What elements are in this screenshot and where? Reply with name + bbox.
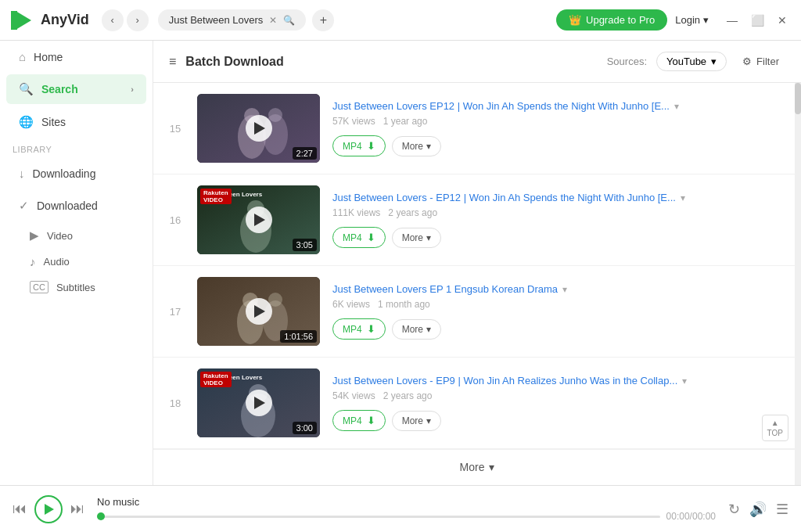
sidebar-home-label: Home bbox=[34, 51, 63, 63]
title-bar: AnyVid ‹ › Just Between Lovers ✕ 🔍 + 👑 U… bbox=[0, 0, 801, 41]
svg-point-6 bbox=[268, 108, 282, 122]
more-button[interactable]: More ▾ bbox=[392, 319, 441, 340]
player-controls: ⏮ ⏭ bbox=[13, 495, 84, 523]
chevron-down-icon: ▾ bbox=[703, 14, 709, 26]
thumbnail[interactable]: 2:27 bbox=[197, 94, 320, 163]
top-button-container: ▲ TOP bbox=[762, 415, 788, 441]
sidebar-sub-item-subtitles[interactable]: CC Subtitles bbox=[6, 275, 146, 299]
sidebar-item-search[interactable]: 🔍 Search › bbox=[6, 74, 146, 104]
video-actions: MP4 ⬇ More ▾ bbox=[332, 227, 788, 248]
tab-search-icon[interactable]: 🔍 bbox=[283, 15, 295, 26]
downloaded-icon: ✓ bbox=[19, 199, 29, 213]
active-tab[interactable]: Just Between Lovers ✕ 🔍 bbox=[158, 9, 307, 31]
mp4-label: MP4 bbox=[343, 232, 362, 243]
rakuten-badge: RakutenVIDEO bbox=[200, 189, 232, 204]
mp4-download-button[interactable]: MP4 ⬇ bbox=[332, 227, 386, 248]
sidebar-search-label: Search bbox=[41, 83, 78, 95]
volume-button[interactable]: 🔊 bbox=[749, 501, 767, 518]
mp4-label: MP4 bbox=[343, 415, 362, 426]
more-chevron-icon: ▾ bbox=[426, 324, 431, 335]
previous-button[interactable]: ⏮ bbox=[13, 501, 27, 517]
progress-bar[interactable] bbox=[97, 516, 660, 518]
more-label: More bbox=[402, 324, 423, 335]
batch-icon: ≡ bbox=[169, 55, 176, 69]
video-title: Just Between Lovers EP12 | Won Jin Ah Sp… bbox=[332, 100, 788, 112]
sidebar-item-home[interactable]: ⌂ Home bbox=[6, 42, 146, 71]
search-icon: 🔍 bbox=[19, 82, 34, 96]
thumbnail[interactable]: Just between Lovers RakutenVIDEO 3:00 bbox=[197, 368, 320, 437]
svg-point-15 bbox=[268, 293, 282, 307]
back-button[interactable]: ‹ bbox=[102, 9, 124, 31]
mp4-download-button[interactable]: MP4 ⬇ bbox=[332, 318, 386, 340]
row-number: 15 bbox=[166, 123, 185, 135]
play-overlay-button[interactable] bbox=[246, 298, 272, 325]
video-actions: MP4 ⬇ More ▾ bbox=[332, 410, 788, 431]
load-more-label: More bbox=[460, 461, 485, 473]
table-row: 15 2:27 Just Between Lovers EP12 | Won J… bbox=[153, 83, 801, 174]
video-info: Just Between Lovers EP 1 Engsub Korean D… bbox=[332, 283, 788, 340]
play-button[interactable] bbox=[34, 495, 63, 523]
content-wrapper: 15 2:27 Just Between Lovers EP12 | Won J… bbox=[153, 83, 801, 485]
more-button[interactable]: More ▾ bbox=[392, 228, 441, 248]
scroll-container[interactable]: 15 2:27 Just Between Lovers EP12 | Won J… bbox=[153, 83, 801, 485]
duration-badge: 3:00 bbox=[293, 422, 317, 434]
play-overlay-button[interactable] bbox=[246, 207, 272, 233]
subtitles-label: Subtitles bbox=[56, 282, 95, 293]
video-meta: 111K views 2 years ago bbox=[332, 207, 788, 218]
sidebar-sub-item-audio[interactable]: ♪ Audio bbox=[6, 250, 146, 274]
sidebar-item-downloading[interactable]: ↓ Downloading bbox=[6, 159, 146, 188]
playlist-button[interactable]: ☰ bbox=[776, 501, 788, 518]
sources-select[interactable]: YouTube ▾ bbox=[656, 52, 727, 71]
thumbnail[interactable]: 1:01:56 bbox=[197, 277, 320, 346]
svg-marker-1 bbox=[11, 11, 17, 30]
table-row: 18 Just between Lovers RakutenVIDEO 3:00… bbox=[153, 358, 801, 449]
scrollbar-thumb[interactable] bbox=[795, 83, 801, 114]
more-button[interactable]: More ▾ bbox=[392, 411, 441, 431]
title-bar-right: 👑 Upgrade to Pro Login ▾ — ⬜ ✕ bbox=[556, 9, 792, 31]
search-arrow-icon: › bbox=[131, 84, 134, 94]
repeat-button[interactable]: ↻ bbox=[728, 501, 740, 518]
play-overlay-button[interactable] bbox=[246, 390, 272, 416]
play-overlay-button[interactable] bbox=[246, 115, 272, 142]
download-icon: ⬇ bbox=[367, 232, 375, 243]
next-button[interactable]: ⏭ bbox=[70, 501, 84, 517]
load-more-button[interactable]: More ▾ bbox=[460, 461, 495, 473]
top-label: TOP bbox=[767, 429, 783, 437]
download-icon: ↓ bbox=[19, 167, 25, 180]
upgrade-label: Upgrade to Pro bbox=[586, 14, 655, 26]
close-button[interactable]: ✕ bbox=[773, 11, 792, 30]
play-triangle-icon bbox=[254, 122, 265, 135]
top-button[interactable]: ▲ TOP bbox=[762, 415, 788, 441]
add-tab-button[interactable]: + bbox=[312, 9, 334, 31]
sidebar-item-sites[interactable]: 🌐 Sites bbox=[6, 107, 146, 137]
filter-icon: ⚙ bbox=[742, 56, 752, 67]
thumbnail[interactable]: Just between Lovers RakutenVIDEO 3:05 bbox=[197, 185, 320, 254]
rakuten-badge: RakutenVIDEO bbox=[200, 372, 232, 387]
duration-badge: 2:27 bbox=[293, 147, 317, 160]
mp4-download-button[interactable]: MP4 ⬇ bbox=[332, 410, 386, 431]
sidebar-sub-item-video[interactable]: ▶ Video bbox=[6, 223, 146, 248]
content-header: ≡ Batch Download Sources: YouTube ▾ ⚙ Fi… bbox=[153, 41, 801, 83]
batch-download-title: Batch Download bbox=[185, 55, 597, 69]
upgrade-button[interactable]: 👑 Upgrade to Pro bbox=[556, 9, 667, 31]
title-expand-icon[interactable]: ▾ bbox=[682, 376, 687, 386]
login-button[interactable]: Login ▾ bbox=[675, 14, 709, 26]
progress-dot bbox=[97, 512, 105, 520]
title-expand-icon[interactable]: ▾ bbox=[562, 284, 567, 295]
video-title: Just Between Lovers EP 1 Engsub Korean D… bbox=[332, 283, 788, 295]
minimize-button[interactable]: — bbox=[723, 11, 742, 30]
scrollbar-track[interactable] bbox=[795, 83, 801, 485]
crown-icon: 👑 bbox=[569, 14, 581, 26]
forward-button[interactable]: › bbox=[127, 9, 149, 31]
title-expand-icon[interactable]: ▾ bbox=[681, 192, 685, 203]
tab-close-icon[interactable]: ✕ bbox=[269, 15, 277, 26]
play-triangle-icon bbox=[254, 397, 265, 409]
filter-button[interactable]: ⚙ Filter bbox=[736, 52, 785, 70]
row-number: 17 bbox=[166, 306, 185, 318]
title-expand-icon[interactable]: ▾ bbox=[674, 101, 679, 112]
sidebar-item-downloaded[interactable]: ✓ Downloaded bbox=[6, 191, 146, 221]
maximize-button[interactable]: ⬜ bbox=[748, 11, 767, 30]
video-info: Just Between Lovers - EP12 | Won Jin Ah … bbox=[332, 192, 788, 248]
mp4-download-button[interactable]: MP4 ⬇ bbox=[332, 135, 386, 156]
more-button[interactable]: More ▾ bbox=[392, 136, 441, 156]
